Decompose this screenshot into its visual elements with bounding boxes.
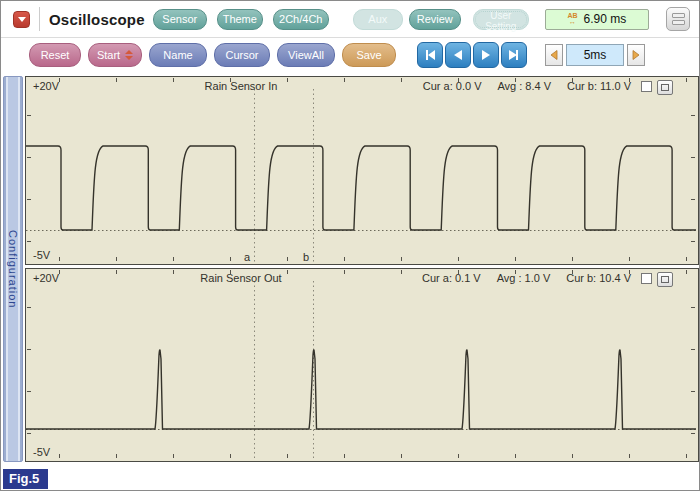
play-forward-icon [478,47,494,63]
ch1-title: Rain Sensor In [205,80,278,92]
ch1-cursor-a-value: 0.0 V [456,80,482,92]
sensor-button[interactable]: Sensor [153,9,207,30]
increase-timebase-arrow [630,49,642,61]
ch2-top-voltage-label: +20V [33,272,59,284]
signal-trace [26,146,696,230]
review-button[interactable]: Review [409,9,461,30]
app-menu-button[interactable] [13,11,30,28]
ch2-bottom-voltage-label: -5V [33,446,50,458]
axis-ticks [27,78,695,261]
decrease-timebase-arrow [548,49,560,61]
ch2-cursor-b-label: Cur b: [566,272,596,284]
skip-to-start-button[interactable] [417,42,443,68]
cursor-delta-readout: AB ↔ 6.90 ms [545,9,649,30]
ch2-expand-button[interactable] [657,272,673,287]
name-button[interactable]: Name [149,43,207,67]
ch1-avg-label: Avg : [497,80,522,92]
aux-button: Aux [353,9,403,30]
control-bar: Reset Start Name Cursor ViewAll Save [1,38,699,72]
ch1-readouts: Cur a:0.0 V Avg :8.4 V Cur b:11.0 V [423,80,634,92]
reset-button[interactable]: Reset [29,43,81,67]
scope-channel-2: +20V Rain Sensor Out Cur a:0.1 V Avg :1.… [25,268,699,462]
save-button[interactable]: Save [342,43,396,67]
ab-delta-icon: AB ↔ [567,13,577,25]
play-forward-button[interactable] [473,42,499,68]
delta-time-value: 6.90 ms [584,12,627,26]
signal-trace [26,350,696,429]
ch1-bottom-voltage-label: -5V [33,249,50,261]
user-setting-button: User Setting [473,9,529,30]
ch1-cursor-a-label: Cur a: [423,80,453,92]
ch2-avg-value: 1.0 V [525,272,551,284]
ab-icon-arrows: ↔ [567,19,577,25]
stacked-panels-icon [672,13,685,18]
timebase-value[interactable]: 5ms [566,44,624,66]
ch1-top-voltage-label: +20V [33,80,59,92]
square-icon [661,84,669,91]
chevron-down-icon [18,17,26,22]
transport-controls [417,42,527,68]
ch1-checkbox[interactable] [641,81,652,92]
app-title: Oscilloscope [49,11,145,28]
decrease-timebase-button[interactable] [545,44,563,66]
ch2-readouts: Cur a:0.1 V Avg :1.0 V Cur b:10.4 V [422,272,634,284]
up-down-spinner-icon[interactable] [125,50,133,60]
ch2-avg-label: Avg : [497,272,522,284]
step-back-icon [450,47,466,63]
configuration-tab[interactable]: Configuration [3,76,23,462]
viewall-button[interactable]: ViewAll [277,43,335,67]
waveform-ch2 [26,269,696,459]
figure-label: Fig.5 [3,469,48,489]
skip-to-end-button[interactable] [501,42,527,68]
ch2-cursor-a-value: 0.1 V [455,272,481,284]
step-back-button[interactable] [445,42,471,68]
oscilloscope-window: Oscilloscope Sensor Theme 2Ch/4Ch Aux Re… [0,0,700,491]
ch2-title: Rain Sensor Out [200,272,281,284]
theme-button[interactable]: Theme [217,9,263,30]
ch1-expand-button[interactable] [657,80,673,95]
ch1-cursor-b-value: 11.0 V [600,80,631,92]
ch2-cursor-a-label: Cur a: [422,272,452,284]
ch1-cursor-a-marker[interactable]: a [244,251,250,263]
ch2-cursor-b-value: 10.4 V [599,272,631,284]
start-button-label: Start [97,49,120,61]
timebase-selector: 5ms [545,44,645,66]
waveform-ch1 [26,77,696,262]
divider [39,7,40,31]
panel-layout-button[interactable] [666,7,690,31]
scope-channel-1: +20V Rain Sensor In Cur a:0.0 V Avg :8.4… [25,76,699,265]
cursor-button[interactable]: Cursor [214,43,270,67]
ch1-avg-value: 8.4 V [525,80,551,92]
ch2-checkbox[interactable] [641,273,652,284]
increase-timebase-button[interactable] [627,44,645,66]
configuration-tab-label: Configuration [7,230,19,308]
start-button[interactable]: Start [88,43,142,67]
channel-mode-button[interactable]: 2Ch/4Ch [273,9,329,30]
skip-to-start-icon [422,47,438,63]
skip-to-end-icon [506,47,522,63]
title-bar: Oscilloscope Sensor Theme 2Ch/4Ch Aux Re… [1,1,699,38]
ch1-cursor-b-label: Cur b: [567,80,597,92]
square-icon [661,276,669,283]
ch1-cursor-b-marker[interactable]: b [303,251,309,263]
